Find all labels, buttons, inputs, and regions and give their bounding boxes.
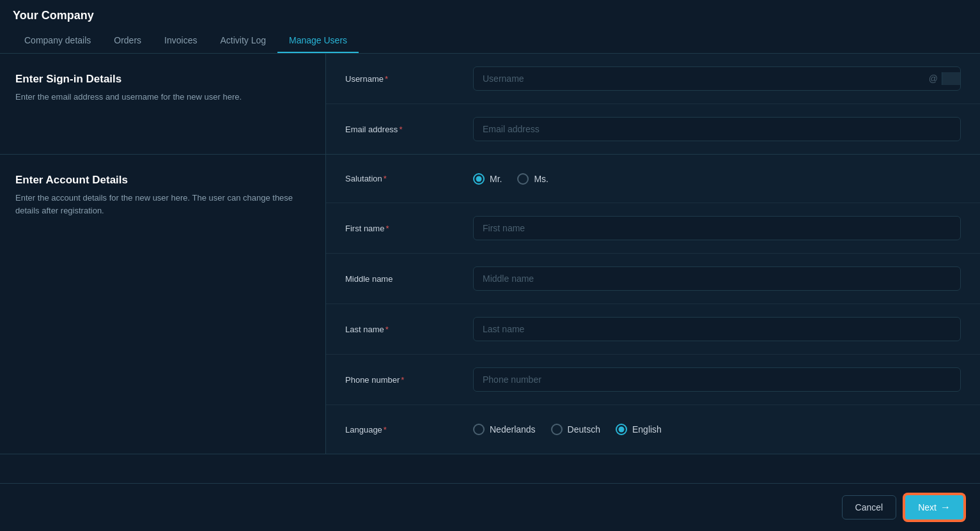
salutation-row: Salutation* Mr. Ms. [326, 155, 980, 203]
email-label: Email address* [345, 125, 473, 134]
account-title: Enter Account Details [15, 174, 310, 187]
sign-in-info: Enter Sign-in Details Enter the email ad… [0, 54, 326, 154]
salutation-ms-option[interactable]: Ms. [517, 173, 548, 185]
footer: Cancel Next → [0, 483, 980, 531]
language-en-label: English [632, 424, 662, 435]
first-name-input[interactable] [473, 216, 961, 240]
next-label: Next [918, 502, 937, 512]
next-button[interactable]: Next → [904, 494, 965, 521]
language-en-option[interactable]: English [616, 424, 662, 435]
salutation-field-value: Mr. Ms. [473, 173, 961, 185]
email-field-value [473, 117, 961, 141]
language-field-value: Nederlands Deutsch English [473, 424, 961, 435]
sign-in-title: Enter Sign-in Details [15, 73, 310, 86]
company-name: Your Company [13, 9, 967, 22]
salutation-ms-radio[interactable] [517, 173, 529, 185]
email-row: Email address* [326, 104, 980, 154]
sign-in-fields: Username* @ Email address* [326, 54, 980, 154]
last-name-label: Last name* [345, 325, 473, 334]
salutation-radio-group: Mr. Ms. [473, 173, 961, 185]
username-field-value: @ [473, 66, 961, 91]
first-name-row: First name* [326, 203, 980, 254]
language-de-radio[interactable] [551, 424, 563, 435]
sign-in-description: Enter the email address and username for… [15, 91, 310, 104]
language-de-label: Deutsch [568, 424, 600, 435]
username-row: Username* @ [326, 54, 980, 104]
username-input[interactable] [474, 67, 925, 90]
cancel-button[interactable]: Cancel [842, 495, 897, 519]
salutation-mr-option[interactable]: Mr. [473, 173, 502, 185]
language-en-radio[interactable] [616, 424, 627, 435]
salutation-mr-radio[interactable] [473, 173, 485, 185]
first-name-field-value [473, 216, 961, 240]
account-fields: Salutation* Mr. Ms. [326, 155, 980, 454]
username-domain [942, 72, 960, 85]
language-radio-group: Nederlands Deutsch English [473, 424, 961, 435]
phone-number-row: Phone number* [326, 355, 980, 405]
at-symbol: @ [925, 73, 942, 84]
salutation-mr-label: Mr. [490, 174, 502, 184]
tab-company-details[interactable]: Company details [13, 29, 102, 53]
middle-name-label: Middle name [345, 274, 473, 284]
nav-tabs: Company details Orders Invoices Activity… [13, 29, 967, 53]
username-label: Username* [345, 74, 473, 84]
salutation-label: Salutation* [345, 174, 473, 183]
main-content: Enter Sign-in Details Enter the email ad… [0, 54, 980, 499]
phone-number-field-value [473, 367, 961, 392]
header: Your Company Company details Orders Invo… [0, 0, 980, 54]
middle-name-field-value [473, 266, 961, 291]
language-row: Language* Nederlands Deutsch [326, 405, 980, 454]
sign-in-section: Enter Sign-in Details Enter the email ad… [0, 54, 980, 155]
middle-name-row: Middle name [326, 254, 980, 304]
tab-activity-log[interactable]: Activity Log [208, 29, 277, 53]
language-nl-radio[interactable] [473, 424, 485, 435]
language-label: Language* [345, 425, 473, 435]
email-input[interactable] [473, 117, 961, 141]
tab-orders[interactable]: Orders [102, 29, 153, 53]
first-name-label: First name* [345, 224, 473, 233]
next-arrow-icon: → [940, 502, 951, 513]
language-nl-label: Nederlands [490, 424, 536, 435]
language-nl-option[interactable]: Nederlands [473, 424, 536, 435]
language-de-option[interactable]: Deutsch [551, 424, 600, 435]
salutation-ms-label: Ms. [534, 174, 548, 184]
phone-number-input[interactable] [473, 367, 961, 392]
account-description: Enter the account details for the new us… [15, 192, 310, 217]
phone-number-label: Phone number* [345, 375, 473, 385]
tab-invoices[interactable]: Invoices [153, 29, 208, 53]
tab-manage-users[interactable]: Manage Users [277, 29, 359, 53]
last-name-input[interactable] [473, 317, 961, 341]
account-section: Enter Account Details Enter the account … [0, 155, 980, 454]
account-info: Enter Account Details Enter the account … [0, 155, 326, 454]
username-wrapper: @ [473, 66, 961, 91]
last-name-row: Last name* [326, 304, 980, 355]
last-name-field-value [473, 317, 961, 341]
middle-name-input[interactable] [473, 266, 961, 291]
